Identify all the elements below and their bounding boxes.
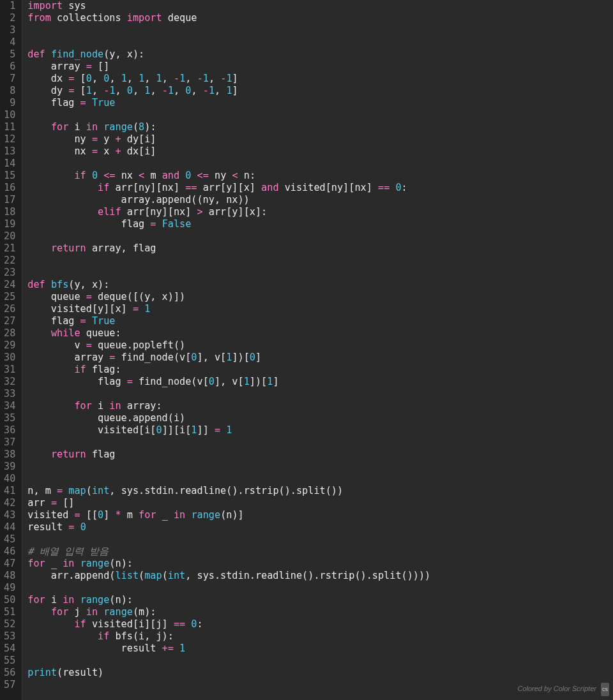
token-op: <= — [103, 170, 115, 181]
line-number: 46 — [4, 546, 15, 558]
token-id — [27, 449, 51, 460]
token-id: , — [92, 73, 103, 84]
token-id — [27, 158, 33, 169]
token-id: (y, x): — [103, 48, 144, 60]
line-number: 35 — [4, 412, 15, 424]
token-fn: range — [80, 558, 110, 569]
token-id: arr[ny][nx] — [121, 206, 197, 218]
token-id — [45, 279, 51, 290]
line-number: 5 — [4, 48, 15, 61]
footer-credit: Colored by Color Scripter cs — [517, 683, 609, 696]
token-id: arr.append( — [27, 570, 115, 581]
code-line — [27, 24, 613, 36]
token-num: 1 — [179, 643, 185, 654]
line-number: 42 — [4, 497, 15, 509]
code-line: result += 1 — [27, 643, 613, 655]
code-line: if flag: — [27, 364, 613, 376]
token-id — [156, 218, 162, 230]
line-number-gutter: 1234567891011121314151617181920212223242… — [0, 0, 22, 700]
token-id: , — [116, 85, 127, 96]
code-line: def find_node(y, x): — [27, 48, 613, 61]
token-id — [27, 606, 51, 618]
token-id: result — [27, 643, 162, 654]
token-id: , — [127, 73, 139, 84]
token-id — [27, 400, 74, 412]
line-number: 7 — [4, 73, 15, 85]
line-number: 22 — [4, 255, 15, 267]
token-id: (y, x): — [68, 279, 109, 290]
token-id: , sys.stdin.readline().rstrip().split()) — [109, 485, 343, 496]
token-id: arr[y][x]: — [203, 206, 268, 218]
code-line — [27, 436, 613, 449]
code-line — [27, 267, 613, 279]
token-op: - — [162, 85, 168, 96]
line-number: 1 — [4, 0, 15, 12]
token-op: = — [51, 497, 57, 509]
line-number: 30 — [4, 352, 15, 364]
token-id — [86, 97, 92, 108]
token-num: 8 — [139, 121, 144, 133]
token-num: 0 — [86, 73, 92, 84]
token-id — [74, 594, 80, 606]
code-line: if 0 <= nx < m and 0 <= ny < n: — [27, 170, 613, 182]
code-line: while queue: — [27, 327, 613, 339]
token-fn: find_node — [51, 48, 103, 60]
line-number: 56 — [4, 667, 15, 679]
code-line: nx = x + dx[i] — [27, 145, 613, 158]
token-id: ] — [232, 85, 238, 96]
token-id: nx — [27, 145, 92, 157]
token-op: - — [103, 85, 109, 96]
token-op: = — [86, 339, 92, 351]
token-fn: range — [103, 121, 133, 133]
token-num: 0 — [185, 85, 191, 96]
line-number: 57 — [4, 679, 15, 691]
code-line — [27, 582, 613, 594]
token-id — [27, 255, 33, 266]
code-line: ny = y + dy[i] — [27, 133, 613, 145]
token-id: visited[ny][nx] — [279, 182, 378, 193]
token-op: = — [92, 133, 98, 145]
line-number: 6 — [4, 61, 15, 73]
code-line: if bfs(i, j): — [27, 630, 613, 643]
footer-text: Colored by Color Scripter — [517, 685, 596, 692]
code-line: if arr[ny][nx] == arr[y][x] and visited[… — [27, 182, 613, 194]
token-id: ], v[ — [197, 352, 227, 363]
token-num: 0 — [191, 618, 197, 630]
token-id: visited — [27, 509, 74, 521]
token-id — [86, 315, 92, 327]
token-kw: if — [74, 170, 86, 181]
code-line: for i in array: — [27, 400, 613, 412]
code-line: visited = [[0] * m for _ in range(n)] — [27, 509, 613, 521]
token-id: m — [144, 170, 162, 181]
token-fn: range — [191, 509, 220, 521]
line-number: 14 — [4, 158, 15, 170]
line-number: 48 — [4, 570, 15, 582]
token-id: dx[i] — [121, 145, 156, 157]
line-number: 13 — [4, 145, 15, 158]
token-id: [] — [57, 497, 74, 509]
token-id: queue.popleft() — [92, 339, 185, 351]
token-id: : — [402, 182, 407, 193]
token-kw: elif — [98, 206, 121, 218]
code-line — [27, 655, 613, 667]
token-id: array — [27, 61, 86, 72]
token-id — [191, 170, 197, 181]
token-id: arr[ny][nx] — [109, 182, 185, 193]
code-line: array = find_node(v[0], v[1])[0] — [27, 352, 613, 364]
code-area[interactable]: import sysfrom collections import deque … — [22, 0, 613, 700]
line-number: 12 — [4, 133, 15, 145]
code-line — [27, 461, 613, 473]
token-id: , — [92, 85, 103, 96]
line-number: 51 — [4, 606, 15, 618]
code-line: return flag — [27, 449, 613, 461]
token-num: 0 — [103, 73, 109, 84]
code-line: n, m = map(int, sys.stdin.readline().rst… — [27, 485, 613, 497]
token-kw: for — [139, 509, 156, 521]
token-num: 1 — [226, 352, 232, 363]
line-number: 52 — [4, 618, 15, 630]
token-id: flag — [27, 218, 150, 230]
code-line: arr = [] — [27, 497, 613, 509]
code-line: flag = find_node(v[0], v[1])[1] — [27, 376, 613, 388]
line-number: 18 — [4, 206, 15, 218]
token-id: queue: — [80, 327, 121, 339]
